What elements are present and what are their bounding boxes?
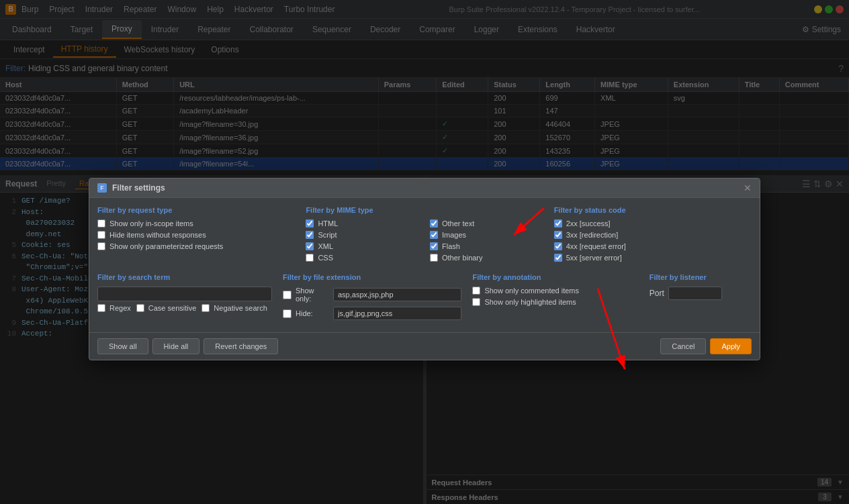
- filter-mime-type: Filter by MIME type HTML Script: [306, 206, 543, 265]
- request-type-title: Filter by request type: [97, 206, 295, 214]
- case-sensitive-label: Case sensitive: [148, 304, 197, 312]
- filter-file-extension: Filter by file extension Show only: Hide…: [283, 273, 461, 324]
- mime-css: CSS: [306, 254, 419, 262]
- mime-script-label: Script: [318, 231, 337, 239]
- mime-xml-label: XML: [318, 242, 333, 250]
- status-3xx: 3xx [redirection]: [554, 231, 752, 239]
- annotation-title: Filter by annotation: [472, 273, 638, 281]
- search-negative: Negative search: [202, 304, 267, 312]
- filter-annotation: Filter by annotation Show only commented…: [472, 273, 638, 324]
- regex-label: Regex: [109, 304, 131, 312]
- filter-status-code: Filter by status code 2xx [success] 3xx …: [554, 206, 752, 265]
- show-only-row: Show only:: [283, 287, 461, 303]
- filter-request-type: Filter by request type Show only in-scop…: [97, 206, 295, 265]
- status-2xx-label: 2xx [success]: [566, 219, 611, 228]
- port-input[interactable]: [668, 287, 722, 300]
- show-only-ext-input[interactable]: [333, 288, 461, 301]
- show-highlighted-checkbox[interactable]: [472, 298, 480, 306]
- dialog-title-bar: F Filter settings ✕: [89, 179, 760, 198]
- parameterized-checkbox[interactable]: [97, 242, 105, 250]
- status-2xx-checkbox[interactable]: [554, 219, 562, 228]
- mime-flash-label: Flash: [442, 242, 460, 250]
- cancel-button[interactable]: Cancel: [660, 338, 706, 354]
- mime-script-checkbox[interactable]: [306, 231, 314, 239]
- status-4xx: 4xx [request error]: [554, 242, 752, 250]
- revert-changes-button[interactable]: Revert changes: [204, 338, 278, 354]
- mime-html-checkbox[interactable]: [306, 219, 314, 228]
- dialog-close-button[interactable]: ✕: [744, 183, 752, 193]
- port-label: Port: [650, 289, 664, 298]
- filter-listener: Filter by listener Port: [650, 273, 752, 324]
- search-regex: Regex: [97, 304, 131, 312]
- dialog-title: Filter settings: [112, 183, 738, 193]
- no-response-checkbox[interactable]: [97, 231, 105, 239]
- mime-other-binary-checkbox[interactable]: [430, 254, 438, 262]
- show-all-button[interactable]: Show all: [97, 338, 148, 354]
- status-2xx: 2xx [success]: [554, 219, 752, 228]
- hide-ext-input[interactable]: [333, 307, 461, 320]
- filter-parameterized: Show only parameterized requests: [97, 242, 295, 250]
- show-only-label: Show only:: [296, 287, 329, 303]
- mime-html-label: HTML: [318, 219, 338, 228]
- filter-settings-dialog: F Filter settings ✕ Filter by request ty…: [89, 178, 760, 360]
- mime-images-checkbox[interactable]: [430, 231, 438, 239]
- show-only-ext-checkbox[interactable]: [283, 291, 292, 299]
- in-scope-label: Show only in-scope items: [109, 219, 193, 228]
- show-highlighted: Show only highlighted items: [472, 298, 638, 306]
- parameterized-label: Show only parameterized requests: [109, 242, 223, 250]
- mime-css-label: CSS: [318, 254, 333, 262]
- negative-search-label: Negative search: [214, 304, 267, 312]
- status-code-title: Filter by status code: [554, 206, 752, 214]
- status-3xx-label: 3xx [redirection]: [566, 231, 619, 239]
- mime-css-checkbox[interactable]: [306, 254, 314, 262]
- dialog-body: Filter by request type Show only in-scop…: [89, 198, 760, 273]
- show-commented: Show only commented items: [472, 287, 638, 295]
- case-sensitive-checkbox[interactable]: [136, 304, 144, 312]
- mime-flash: Flash: [430, 242, 543, 250]
- mime-columns: HTML Script XML CSS: [306, 219, 543, 265]
- dialog-second-row: Filter by search term Regex Case sensiti…: [89, 273, 760, 332]
- mime-images: Images: [430, 231, 543, 239]
- dialog-footer: Show all Hide all Revert changes Cancel …: [89, 332, 760, 360]
- search-term-input[interactable]: [97, 287, 272, 301]
- mime-type-title: Filter by MIME type: [306, 206, 543, 214]
- hide-ext-row: Hide:: [283, 307, 461, 320]
- mime-other-text-label: Other text: [442, 219, 474, 228]
- dialog-overlay: F Filter settings ✕ Filter by request ty…: [0, 0, 849, 504]
- no-response-label: Hide items without responses: [109, 231, 206, 239]
- negative-search-checkbox[interactable]: [202, 304, 210, 312]
- mime-other-text-checkbox[interactable]: [430, 219, 438, 228]
- footer-left-buttons: Show all Hide all Revert changes: [97, 338, 278, 354]
- regex-checkbox[interactable]: [97, 304, 105, 312]
- listener-title: Filter by listener: [650, 273, 752, 281]
- status-5xx-label: 5xx [server error]: [566, 254, 622, 262]
- mime-flash-checkbox[interactable]: [430, 242, 438, 250]
- search-term-title: Filter by search term: [97, 273, 272, 281]
- status-4xx-label: 4xx [request error]: [566, 242, 626, 250]
- mime-col-2: Other text Images Flash Other binar: [430, 219, 543, 265]
- hide-label: Hide:: [296, 309, 329, 317]
- filter-no-response: Hide items without responses: [97, 231, 295, 239]
- status-5xx-checkbox[interactable]: [554, 254, 562, 262]
- file-ext-title: Filter by file extension: [283, 273, 461, 281]
- port-row: Port: [650, 287, 752, 300]
- show-commented-checkbox[interactable]: [472, 287, 480, 295]
- hide-ext-checkbox[interactable]: [283, 309, 292, 318]
- mime-images-label: Images: [442, 231, 466, 239]
- mime-col-1: HTML Script XML CSS: [306, 219, 419, 265]
- mime-script: Script: [306, 231, 419, 239]
- mime-other-binary: Other binary: [430, 254, 543, 262]
- filter-in-scope: Show only in-scope items: [97, 219, 295, 228]
- mime-xml: XML: [306, 242, 419, 250]
- footer-right-buttons: Cancel Apply: [660, 338, 752, 354]
- dialog-icon: F: [97, 183, 107, 193]
- in-scope-checkbox[interactable]: [97, 219, 105, 228]
- mime-other-binary-label: Other binary: [442, 254, 483, 262]
- mime-html: HTML: [306, 219, 419, 228]
- hide-all-button[interactable]: Hide all: [152, 338, 200, 354]
- mime-xml-checkbox[interactable]: [306, 242, 314, 250]
- status-4xx-checkbox[interactable]: [554, 242, 562, 250]
- status-3xx-checkbox[interactable]: [554, 231, 562, 239]
- apply-button[interactable]: Apply: [710, 338, 752, 354]
- status-5xx: 5xx [server error]: [554, 254, 752, 262]
